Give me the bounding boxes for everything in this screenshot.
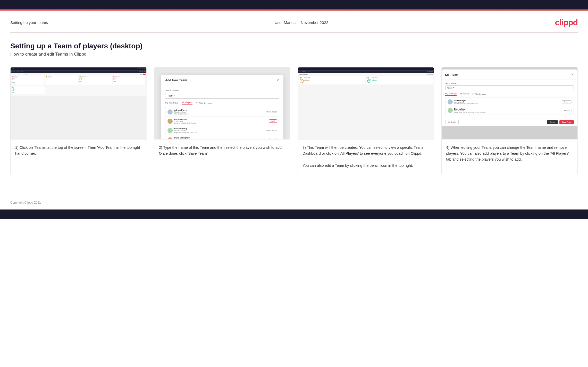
save-team-button-edit[interactable]: Save Team bbox=[559, 120, 574, 124]
copyright-text: Copyright Clippd 2021 bbox=[10, 201, 41, 204]
section-label: Setting up your teams bbox=[10, 20, 48, 25]
add-team-modal: Add New Team ✕ Team Name * Team A My Tea… bbox=[161, 75, 283, 139]
player-club-1: Plus HandicapThe Shire London bbox=[174, 111, 266, 115]
player-club-4: 5 HandicapThe Ding Mging Golf Club bbox=[174, 139, 269, 139]
card-2: Add New Team ✕ Team Name * Team A My Tea… bbox=[154, 67, 291, 175]
card-3-screenshot: HomeMy PerformanceTeams Viewing Team A p… bbox=[298, 67, 434, 139]
player-club-3: Plus HandicapRoyal North Devon Golf Club bbox=[174, 130, 266, 133]
bottom-bar bbox=[0, 209, 588, 219]
tab-my-team-edit[interactable]: My Team (2) bbox=[445, 92, 457, 96]
filter-by-name: Filter by name bbox=[196, 102, 212, 104]
ss3-content: Viewing Team A players 9 bbox=[298, 73, 434, 85]
ss1-content: clippd HomeMy PerformanceTeams bbox=[11, 67, 146, 139]
edit-close-icon[interactable]: ✕ bbox=[571, 73, 574, 76]
edit-modal-header: Edit Team ✕ bbox=[442, 69, 578, 80]
player-avatar-4 bbox=[167, 137, 173, 140]
card-2-screenshot: Add New Team ✕ Team Name * Team A My Tea… bbox=[154, 67, 290, 139]
edit-team-name-label: Team Name * bbox=[445, 82, 574, 85]
card-4: Edit Team ✕ Team Name * Team A My Team (… bbox=[441, 67, 578, 175]
player-info-2: Adrian Colba 1 HandicapCentral London Go… bbox=[174, 118, 269, 124]
team-name-input[interactable]: Team A bbox=[165, 93, 279, 99]
tab-my-team[interactable]: My Team (2) bbox=[165, 101, 178, 105]
card-3: HomeMy PerformanceTeams Viewing Team A p… bbox=[298, 67, 434, 175]
edit-modal-title: Edit Team bbox=[445, 73, 459, 76]
edit-cancel-button[interactable]: Cancel bbox=[547, 120, 558, 124]
ss3-pcard-1: 94 Blair McHarg Plus Handicap bbox=[299, 76, 365, 84]
ss1-main: Viewing 6 out of 6 players from: All Pla… bbox=[11, 73, 146, 96]
edit-player-avatar-2 bbox=[448, 108, 453, 113]
player-club-2: 1 HandicapCentral London Golf Centre bbox=[174, 120, 269, 124]
player-row-4: Dave Billingham 5 HandicapThe Ding Mging… bbox=[165, 135, 279, 139]
edit-team-name-input[interactable]: Team A bbox=[445, 85, 574, 90]
edit-player-info-2: Blair McHarg Plus HandicapRoyal North De… bbox=[454, 108, 562, 113]
filter-checkbox[interactable] bbox=[196, 102, 198, 104]
page-subtitle: How to create and edit Teams in Clippd bbox=[10, 52, 578, 57]
player-added-3: Player Added bbox=[266, 129, 277, 131]
team-name-label: Team Name * bbox=[165, 89, 279, 92]
edit-player-row-2: Blair McHarg Plus HandicapRoyal North De… bbox=[446, 106, 574, 115]
edit-player-row-1: Adrian Player Plus HandicapThe Shire Lon… bbox=[446, 98, 574, 106]
logo: clippd bbox=[555, 18, 578, 27]
edit-player-name-2: Blair McHarg bbox=[454, 108, 562, 110]
player-info-4: Dave Billingham 5 HandicapThe Ding Mging… bbox=[174, 137, 269, 139]
player-row-2: Adrian Colba 1 HandicapCentral London Go… bbox=[165, 117, 279, 126]
add-player-btn-2[interactable]: Add bbox=[269, 119, 277, 123]
close-icon[interactable]: ✕ bbox=[276, 78, 279, 82]
edit-modal-footer: 🗑 Delete Cancel Save Team bbox=[442, 118, 578, 126]
trash-icon: 🗑 bbox=[448, 121, 450, 123]
ss3-topbar bbox=[298, 67, 434, 71]
player-avatar-3 bbox=[167, 128, 173, 133]
remove-player-btn-1[interactable]: Remove bbox=[562, 100, 572, 103]
edit-filter-checkbox[interactable] bbox=[473, 93, 474, 95]
add-player-btn-4[interactable]: Add bbox=[269, 138, 277, 139]
card-3-para1: 3) This Team will then be created. You c… bbox=[303, 145, 423, 155]
card-3-para2: You can also edit a Team by clicking the… bbox=[303, 163, 413, 168]
edit-team-modal: Edit Team ✕ Team Name * Team A My Team (… bbox=[442, 69, 578, 126]
card-3-text: 3) This Team will then be created. You c… bbox=[298, 139, 434, 175]
delete-button[interactable]: 🗑 Delete bbox=[445, 120, 459, 124]
modal-title: Add New Team bbox=[165, 78, 187, 82]
edit-filter-label: Filter by name bbox=[475, 93, 486, 95]
ss1-nav: HomeMy PerformanceTeams bbox=[11, 71, 146, 73]
page-footer: Copyright Clippd 2021 bbox=[0, 201, 588, 209]
edit-player-avatar-1 bbox=[448, 99, 453, 104]
tab-all-players-edit[interactable]: All Players bbox=[460, 93, 469, 95]
player-avatar-2 bbox=[167, 119, 173, 124]
player-row-3: Blair McHarg Plus HandicapRoyal North De… bbox=[165, 126, 279, 135]
ss3-pcard-2: 72 Richard Butler Plus Handicap bbox=[366, 76, 433, 84]
player-added-1: Player Added bbox=[266, 111, 277, 113]
tab-all-players[interactable]: All Players bbox=[182, 101, 193, 105]
edit-player-info-1: Adrian Player Plus HandicapThe Shire Lon… bbox=[454, 100, 562, 104]
player-row-1: Adrian Player Plus HandicapThe Shire Lon… bbox=[165, 107, 279, 117]
ss3-pinfo-1: Blair McHarg Plus Handicap bbox=[304, 77, 364, 83]
cards-grid: clippd HomeMy PerformanceTeams bbox=[10, 67, 578, 175]
modal-body: Team Name * Team A My Team (2) All Playe… bbox=[161, 86, 283, 139]
ss3-nav: HomeMy PerformanceTeams bbox=[298, 71, 434, 73]
header: Setting up your teams User Manual – Nove… bbox=[0, 11, 588, 32]
card-1-screenshot: clippd HomeMy PerformanceTeams bbox=[11, 67, 147, 139]
ss1-topbar: clippd bbox=[11, 67, 146, 71]
player-list: Adrian Player Plus HandicapThe Shire Lon… bbox=[165, 107, 279, 139]
card-4-text: 4) When editing your Team, you can chang… bbox=[442, 139, 578, 175]
edit-player-list: Adrian Player Plus HandicapThe Shire Lon… bbox=[445, 98, 574, 115]
player-name-3: Blair McHarg bbox=[174, 127, 266, 130]
manual-label: User Manual – November 2022 bbox=[275, 20, 328, 25]
ss3-player-cards: 94 Blair McHarg Plus Handicap bbox=[299, 76, 433, 84]
footer-right-buttons: Cancel Save Team bbox=[547, 120, 574, 124]
edit-player-club-1: Plus HandicapThe Shire London, United Ki… bbox=[454, 101, 562, 104]
card-1: clippd HomeMy PerformanceTeams bbox=[10, 67, 147, 175]
remove-player-btn-2[interactable]: Remove bbox=[562, 109, 572, 112]
ss3-wrap: HomeMy PerformanceTeams Viewing Team A p… bbox=[298, 67, 434, 139]
main-content: Setting up a Team of players (desktop) H… bbox=[0, 33, 588, 201]
player-info-3: Blair McHarg Plus HandicapRoyal North De… bbox=[174, 127, 266, 133]
top-bar bbox=[0, 0, 588, 9]
tabs-row: My Team (2) All Players Filter by name bbox=[165, 101, 279, 105]
player-name-2: Adrian Colba bbox=[174, 118, 269, 120]
card-4-screenshot: Edit Team ✕ Team Name * Team A My Team (… bbox=[442, 67, 578, 139]
player-info-1: Adrian Player Plus HandicapThe Shire Lon… bbox=[174, 109, 266, 115]
card-2-text: 2) Type the name of this Team and then s… bbox=[154, 139, 290, 175]
edit-tabs-row: My Team (2) All Players Filter by name bbox=[445, 92, 574, 96]
edit-player-name-1: Adrian Player bbox=[454, 100, 562, 101]
card-1-text: 1) Click on 'Teams' at the top of the sc… bbox=[11, 139, 147, 175]
modal-header: Add New Team ✕ bbox=[161, 75, 283, 86]
